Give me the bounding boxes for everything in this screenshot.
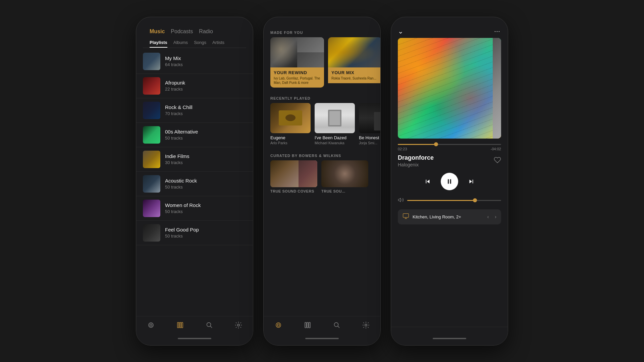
nav-music[interactable]: Music xyxy=(150,27,165,36)
album-art-peek xyxy=(493,38,501,139)
nav2-home-icon[interactable] xyxy=(270,320,286,330)
home-indicator-3 xyxy=(433,338,466,339)
list-item[interactable]: Afropunk 22 tracks xyxy=(136,74,253,98)
truesound-label: TRUE SOU... xyxy=(321,189,368,193)
svg-point-5 xyxy=(207,322,211,326)
home-indicator xyxy=(178,338,211,339)
playlist-tracks: 64 tracks xyxy=(165,62,183,67)
volume-section xyxy=(391,197,508,204)
nav-home-icon[interactable] xyxy=(143,320,159,330)
home-indicator-2 xyxy=(305,338,339,339)
svg-rect-1 xyxy=(150,324,152,326)
rewind-card[interactable]: YOUR REWIND Ivy Lab, Gorrilaz, Portugal.… xyxy=(270,37,324,88)
covers-card[interactable]: TRUE SOUND COVERS xyxy=(270,160,317,193)
playlist-name: My Mix xyxy=(165,55,183,61)
dazed-card[interactable]: I've Been Dazed Michael Kiwanuka xyxy=(315,103,355,145)
curated-row: TRUE SOUND COVERS TRUE SOU... xyxy=(264,160,380,193)
eugene-card[interactable]: Eugene Arlo Parks xyxy=(270,103,311,145)
playlist-name: Afropunk xyxy=(165,80,185,86)
svg-rect-2 xyxy=(177,322,179,328)
tab-playlists[interactable]: Playlists xyxy=(150,38,167,48)
mymix-desc: Rokia Traoré, Susheela Ran... xyxy=(331,76,378,81)
svg-line-6 xyxy=(210,326,212,328)
nav-search-icon[interactable] xyxy=(201,320,217,330)
list-item[interactable]: Rock & Chill 70 tracks xyxy=(136,98,253,123)
list-item[interactable]: 00s Alternative 50 tracks xyxy=(136,123,253,147)
album-art xyxy=(398,38,501,139)
chevron-down-icon[interactable]: ⌄ xyxy=(398,27,404,35)
nav-radio[interactable]: Radio xyxy=(199,27,213,36)
next-button[interactable] xyxy=(468,178,475,185)
playlist-thumb-rockchill xyxy=(143,102,160,119)
playlist-name: Indie Films xyxy=(165,153,190,159)
mymix-card[interactable]: YOUR MIX Rokia Traoré, Susheela Ran... xyxy=(328,37,380,88)
track-name: Dragonforce xyxy=(398,154,434,161)
covers-image xyxy=(270,160,317,187)
cassette-shape xyxy=(279,110,302,125)
list-item[interactable]: Women of Rock 50 tracks xyxy=(136,196,253,221)
more-options-icon[interactable]: ⋯ xyxy=(494,28,501,35)
playlist-list: My Mix 64 tracks Afropunk 22 tracks Rock… xyxy=(136,49,253,316)
mymix-card-text: YOUR MIX Rokia Traoré, Susheela Ran... xyxy=(328,67,380,83)
phone-playlists: Music Podcasts Radio Playlists Albums So… xyxy=(136,17,253,346)
svg-rect-16 xyxy=(448,179,449,184)
playlist-tracks: 50 tracks xyxy=(165,234,199,239)
svg-rect-17 xyxy=(450,179,451,184)
playlist-tracks: 22 tracks xyxy=(165,87,185,92)
bottom-nav-3 xyxy=(391,327,508,332)
time-current: 02:23 xyxy=(398,147,407,151)
volume-slider[interactable] xyxy=(407,200,501,201)
nav2-search-icon[interactable] xyxy=(329,320,345,330)
playlist-tracks: 30 tracks xyxy=(165,160,190,165)
nav2-settings-icon[interactable] xyxy=(358,320,374,330)
covers-label: TRUE SOUND COVERS xyxy=(270,189,317,193)
list-item[interactable]: Feel Good Pop 50 tracks xyxy=(136,221,253,245)
playlist-tracks: 50 tracks xyxy=(165,136,198,141)
progress-bar[interactable] xyxy=(398,144,501,145)
playlist-name: 00s Alternative xyxy=(165,129,198,135)
list-item[interactable]: Indie Films 30 tracks xyxy=(136,147,253,172)
truesound-card[interactable]: TRUE SOU... xyxy=(321,160,368,193)
heart-icon[interactable] xyxy=(494,156,501,165)
honest-card[interactable]: Be Honest Jorja Smi... xyxy=(359,103,380,145)
nav-podcasts[interactable]: Podcasts xyxy=(171,27,193,36)
tab-albums[interactable]: Albums xyxy=(173,38,188,48)
list-item[interactable]: My Mix 64 tracks xyxy=(136,49,253,74)
playlist-tracks: 50 tracks xyxy=(165,209,201,214)
volume-knob xyxy=(473,198,477,202)
track-artist: Halogenix xyxy=(398,162,434,167)
bottom-nav xyxy=(136,316,253,332)
room-prev-icon[interactable]: ‹ xyxy=(487,214,489,219)
playlist-thumb-womenofrock xyxy=(143,200,160,217)
playlist-name: Women of Rock xyxy=(165,202,201,208)
dazed-image xyxy=(315,103,355,133)
progress-knob xyxy=(434,142,438,146)
svg-line-14 xyxy=(338,326,339,328)
list-item[interactable]: Acoustic Rock 50 tracks xyxy=(136,172,253,196)
tab-songs[interactable]: Songs xyxy=(194,38,206,48)
room-next-icon[interactable]: › xyxy=(495,214,496,219)
svg-rect-4 xyxy=(181,322,183,328)
nav-library-icon[interactable] xyxy=(172,320,188,330)
tab-artists[interactable]: Artists xyxy=(212,38,224,48)
svg-point-7 xyxy=(237,324,239,326)
album-art-container xyxy=(391,38,508,139)
nav-settings-icon[interactable] xyxy=(230,320,247,330)
rec-artist-honest: Jorja Smi... xyxy=(359,141,380,145)
progress-fill xyxy=(398,144,436,145)
home-bar-3 xyxy=(391,332,508,345)
phone-browse: MADE FOR YOU xyxy=(263,17,381,346)
made-for-you-row: YOUR REWIND Ivy Lab, Gorrilaz, Portugal.… xyxy=(264,37,380,88)
bottom-nav-2 xyxy=(264,316,380,332)
mymix-card-image xyxy=(328,37,380,67)
playlist-tracks: 50 tracks xyxy=(165,185,197,190)
eugene-image xyxy=(270,103,311,133)
rewind-card-image xyxy=(270,37,324,67)
pause-button[interactable] xyxy=(441,173,458,190)
room-selector[interactable]: Kitchen, Living Room, 2+ ‹ › xyxy=(398,209,501,224)
playlist-thumb-00salt xyxy=(143,126,160,144)
rewind-title: YOUR REWIND xyxy=(274,70,321,75)
previous-button[interactable] xyxy=(424,178,431,185)
nav2-library-icon[interactable] xyxy=(300,320,316,330)
svg-point-8 xyxy=(276,323,281,327)
